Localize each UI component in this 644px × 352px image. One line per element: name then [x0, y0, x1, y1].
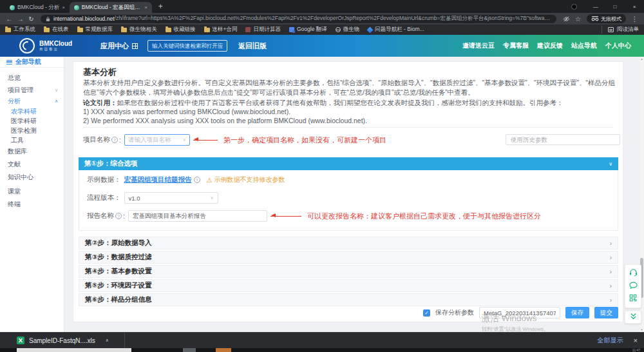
close-window-button[interactable]: ×: [625, 4, 644, 10]
taskbar-window-gray[interactable]: [183, 348, 196, 352]
tab-close-icon[interactable]: ×: [144, 5, 147, 10]
download-item[interactable]: SampleID-FastqN....xls ∧: [17, 337, 109, 344]
sidebar-item-label: 文献: [8, 160, 21, 169]
collapse-toolbar-button[interactable]: [625, 311, 641, 324]
browser-tab-bar: BMKCloud - 分析 × BMKCloud - 宏基因组分析平台 × + …: [0, 0, 644, 13]
bookmark-item[interactable]: 在线表: [44, 26, 69, 34]
grid-icon: [132, 43, 138, 49]
sidebar-item[interactable]: 课堂: [0, 186, 64, 197]
browser-tab-active[interactable]: BMKCloud - 宏基因组分析平台 ×: [70, 2, 152, 13]
scroll-down-icon[interactable]: ▼: [639, 328, 644, 332]
url-path: /zh/iframe?url=https%3A%2F%2Fapi.bioclou…: [115, 15, 552, 23]
incognito-profile-badge[interactable]: 无痕模式: [587, 14, 626, 23]
chevron-right-icon: ›: [610, 268, 612, 275]
header-link[interactable]: 个人中心: [605, 41, 631, 50]
bmkcloud-logo[interactable]: BMKCloud 百迈客云: [19, 38, 72, 54]
bookmark-item[interactable]: 工作系统: [5, 26, 35, 34]
sidebar-item[interactable]: 工具: [0, 135, 64, 145]
pipeline-version-row: 流程版本： v1.0 ∨: [87, 192, 218, 204]
new-tab-button[interactable]: +: [158, 2, 163, 11]
app-search-input[interactable]: [147, 40, 227, 52]
headset-icon[interactable]: [629, 268, 638, 280]
show-all-downloads-button[interactable]: 全部显示: [598, 336, 623, 345]
help-icon[interactable]: ?: [194, 177, 200, 183]
divider: [83, 127, 613, 128]
bookmark-item[interactable]: 送样+合同: [204, 26, 238, 34]
chat-icon[interactable]: [629, 280, 638, 293]
help-icon[interactable]: ?: [115, 213, 122, 219]
back-to-old-button[interactable]: 返回旧版: [238, 41, 267, 51]
sidebar-item[interactable]: 农学科研: [0, 106, 64, 116]
chevron-up-icon[interactable]: ∧: [106, 338, 109, 343]
reading-list-icon: [608, 27, 614, 32]
folder-icon: [204, 28, 210, 32]
taskbar-window-white[interactable]: [17, 348, 131, 352]
sidebar-item[interactable]: 分析∧: [0, 96, 64, 106]
bookmark-item[interactable]: 微生物: [336, 26, 360, 34]
step-header-collapsed[interactable]: 第⑤步：环境因子设置›: [79, 279, 618, 292]
reload-button[interactable]: ↻: [26, 15, 37, 23]
project-name-select[interactable]: 请输入项目名称 ∨: [124, 134, 190, 146]
sidebar-item-label: 工具: [11, 136, 24, 145]
app-center-button[interactable]: 应用中心: [100, 41, 138, 51]
forward-button[interactable]: →: [15, 15, 26, 23]
sidebar-nav-all[interactable]: 全部导航: [0, 57, 64, 68]
header-link[interactable]: 建议反馈: [537, 41, 563, 50]
browser-menu-icon[interactable]: ⋮: [629, 15, 640, 23]
sidebar-item[interactable]: 项目管理∨: [0, 85, 64, 95]
sidebar-item[interactable]: 数据库: [0, 146, 64, 157]
step-header-collapsed[interactable]: 第③步：数据质控过滤›: [79, 251, 618, 264]
app-header: BMKCloud 百迈客云 应用中心 返回旧版 邀请送云豆专属客服建议反馈站点导…: [0, 35, 644, 57]
chevron-up-icon: ∧: [55, 99, 58, 104]
scroll-up-icon[interactable]: ▲: [639, 57, 644, 61]
sample-report-link[interactable]: 宏基因组项目结题报告: [124, 175, 192, 184]
annotation-note-2: 可以更改报告名称：建议客户根据自己需求更改，便于与其他报告进行区分: [307, 211, 541, 221]
minimize-button[interactable]: —: [586, 4, 605, 10]
address-bar[interactable]: international.biocloud.net /zh/iframe?ur…: [41, 15, 556, 23]
maximize-button[interactable]: □: [605, 4, 625, 10]
bookmark-item[interactable]: 收藏链接: [166, 26, 196, 34]
collapsed-steps: 第②步：原始数据导入›第③步：数据质控过滤›第④步：基本参数设置›第⑤步：环境因…: [79, 237, 618, 308]
help-icon[interactable]: ?: [111, 137, 118, 143]
step-header-collapsed[interactable]: 第⑥步：样品分组信息›: [79, 293, 618, 306]
browser-tab-inactive[interactable]: BMKCloud - 分析 ×: [5, 2, 70, 13]
header-link[interactable]: 邀请送云豆: [462, 41, 495, 50]
save-params-checkbox[interactable]: ✓: [423, 309, 430, 317]
sidebar-item[interactable]: 文献: [0, 159, 64, 170]
version-select[interactable]: v1.0 ∨: [124, 192, 218, 204]
bookmark-item[interactable]: 常规数据库: [77, 26, 113, 34]
eye-off-icon[interactable]: [563, 15, 570, 23]
qrcode-icon[interactable]: [629, 293, 638, 305]
save-button[interactable]: 保存: [565, 307, 589, 318]
submit-button[interactable]: 提交: [594, 307, 618, 318]
reading-list-button[interactable]: 阅读清单: [601, 26, 639, 34]
sidebar-item[interactable]: 总览: [0, 73, 64, 83]
step-title: 第④步：基本参数设置: [85, 267, 151, 276]
download-shelf: SampleID-FastqN....xls ∧ 全部显示 ×: [0, 332, 644, 348]
history-params-input[interactable]: [506, 134, 620, 145]
sidebar-item-label: 课堂: [8, 187, 21, 196]
bookmark-star-icon[interactable]: ☆: [575, 15, 581, 23]
page-title: 基本分析: [83, 66, 117, 78]
record-indicator-icon[interactable]: [571, 4, 577, 10]
report-name-input[interactable]: [128, 210, 267, 222]
sidebar-item[interactable]: 医学科研: [0, 116, 64, 126]
close-shelf-icon[interactable]: ×: [634, 337, 638, 344]
bookmark-item[interactable]: 日期计算器: [245, 26, 281, 34]
bookmark-item[interactable]: 微生物相关: [121, 26, 157, 34]
sidebar-item[interactable]: 医学检测: [0, 126, 64, 135]
bookmark-item[interactable]: Google 翻译: [289, 26, 327, 34]
back-button[interactable]: ←: [4, 15, 15, 23]
header-link[interactable]: 站点导航: [571, 41, 597, 50]
header-link[interactable]: 专属客服: [503, 41, 529, 50]
report-name-label: 报告名称 ? :: [87, 211, 125, 220]
sidebar-item[interactable]: 终端: [0, 199, 64, 210]
taskbar-window-orange[interactable]: [216, 348, 231, 352]
sample-data-row: 示例数据： 宏基因组项目结题报告 ? ⚠ 示例数据不支持修改参数: [87, 174, 285, 186]
step-header-collapsed[interactable]: 第④步：基本参数设置›: [79, 265, 618, 278]
sidebar-item[interactable]: 知识中心: [0, 172, 64, 182]
bookmark-item[interactable]: 问题导航栏 - Biom...: [368, 26, 424, 34]
step1-header[interactable]: 第①步：综合选项 ∨: [79, 157, 618, 170]
step-header-collapsed[interactable]: 第②步：原始数据导入›: [79, 237, 618, 249]
tab-close-icon[interactable]: ×: [62, 5, 65, 10]
